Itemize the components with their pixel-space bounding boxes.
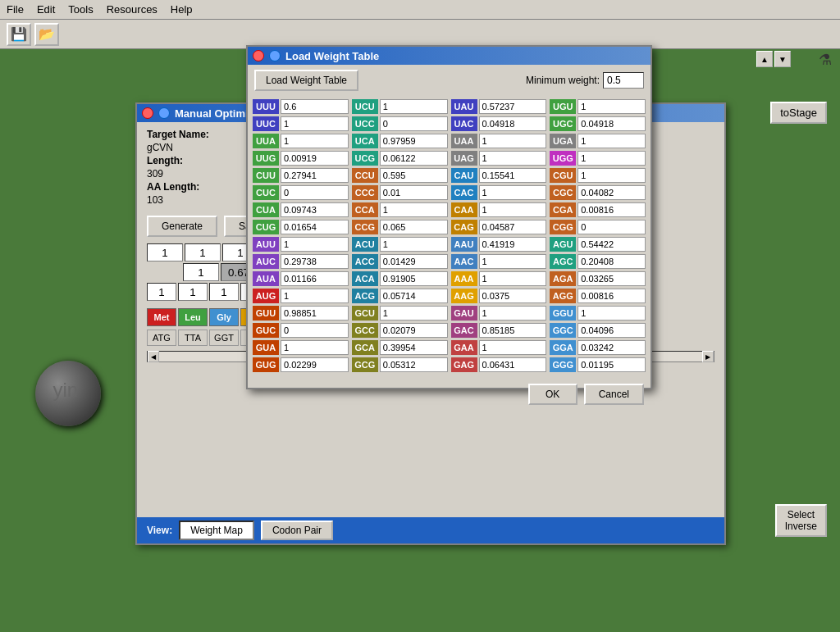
window-close-button[interactable] <box>142 107 153 119</box>
weight-input-7[interactable] <box>147 283 176 301</box>
codon-tag-cua: CUA <box>253 202 279 217</box>
codon-row-auu: AUU1 <box>253 236 349 252</box>
codon-val-ugg: 1 <box>578 151 646 166</box>
codon-tag-uga: UGA <box>550 134 576 148</box>
codon-tag-acg: ACG <box>352 289 378 303</box>
codon-tag-cag: CAG <box>451 220 477 234</box>
codon-ggt: GGT <box>209 330 239 346</box>
codon-tag-ugc: UGC <box>550 116 576 131</box>
codon-pair-button[interactable]: Codon Pair <box>261 521 333 540</box>
codon-val-ccc: 0.01 <box>380 185 448 200</box>
nav-up-arrow[interactable]: ▲ <box>756 51 773 67</box>
codon-val-acu: 1 <box>380 237 448 252</box>
select-inverse-button[interactable]: Select Inverse <box>775 504 827 537</box>
codon-tag-gga: GGA <box>550 340 576 355</box>
generate-button[interactable]: Generate <box>147 216 217 237</box>
codon-tag-aga: AGA <box>550 271 576 286</box>
codon-tag-cga: CGA <box>550 202 576 217</box>
codon-val-gug: 0.02299 <box>281 357 349 372</box>
codon-tag-auc: AUC <box>253 254 279 269</box>
view-label: View: <box>147 525 172 536</box>
codon-val-gac: 0.85185 <box>479 323 547 338</box>
codon-row-ggc: GGC0.04096 <box>550 322 646 339</box>
codon-val-ucg: 0.06122 <box>380 151 448 166</box>
codon-val-ugu: 1 <box>578 99 646 114</box>
menu-edit[interactable]: Edit <box>37 3 55 16</box>
codon-tag-cug: CUG <box>253 220 279 234</box>
view-bar: View: Weight Map Codon Pair <box>137 517 724 543</box>
codon-val-aua: 0.01166 <box>281 271 349 286</box>
codon-tag-ucc: UCC <box>352 116 378 131</box>
nav-down-arrow[interactable]: ▼ <box>774 51 791 67</box>
codon-tag-aac: AAC <box>451 254 477 269</box>
codon-val-acc: 0.01429 <box>380 254 448 269</box>
codon-row-cga: CGA0.00816 <box>550 202 646 218</box>
weight-input-2[interactable] <box>185 243 221 261</box>
codon-val-agc: 0.20408 <box>578 254 646 269</box>
codon-val-gca: 0.39954 <box>380 340 448 355</box>
codon-tag-acc: ACC <box>352 254 378 269</box>
codon-tag-ggu: GGU <box>550 306 576 321</box>
weight-input-8[interactable] <box>178 283 208 301</box>
codon-row-cuc: CUC0 <box>253 184 349 201</box>
scroll-right-button[interactable]: ▶ <box>702 351 714 362</box>
filter-icon[interactable]: ⚗ <box>819 51 832 69</box>
codon-val-gcc: 0.02079 <box>380 323 448 338</box>
codon-val-aag: 0.0375 <box>479 289 547 303</box>
weight-input-9[interactable] <box>209 283 239 301</box>
codon-tag-gca: GCA <box>352 340 378 355</box>
codon-row-uaa: UAA1 <box>451 133 547 149</box>
codon-tag-ccg: CCG <box>352 220 378 234</box>
codon-tag-cau: CAU <box>451 168 477 183</box>
window-minimize-button[interactable] <box>158 107 170 119</box>
codon-row-cca: CCA1 <box>352 202 448 218</box>
menu-help[interactable]: Help <box>171 3 193 16</box>
codon-val-uca: 0.97959 <box>380 134 448 148</box>
weight-input-1[interactable] <box>147 243 183 261</box>
codon-tag-aca: ACA <box>352 271 378 286</box>
codon-row-gua: GUA1 <box>253 339 349 356</box>
weight-map-button[interactable]: Weight Map <box>179 521 254 540</box>
menu-file[interactable]: File <box>7 3 24 16</box>
codon-row-cgc: CGC0.04082 <box>550 184 646 201</box>
codon-tag-cca: CCA <box>352 202 378 217</box>
codon-row-cuu: CUU0.27941 <box>253 167 349 184</box>
dialog-toolbar: Load Weight Table Minimum weight: <box>248 65 651 96</box>
open-button[interactable]: 📂 <box>34 23 59 46</box>
dialog-close-button[interactable] <box>253 50 264 61</box>
codon-row-aug: AUG1 <box>253 288 349 304</box>
codon-val-gcu: 1 <box>380 306 448 321</box>
codon-row-caa: CAA1 <box>451 202 547 218</box>
dialog-minimize-button[interactable] <box>269 50 281 61</box>
codon-val-gag: 0.06431 <box>479 357 547 372</box>
codon-tag-guu: GUU <box>253 306 279 321</box>
codon-val-uaa: 1 <box>479 134 547 148</box>
codon-val-auu: 1 <box>281 237 349 252</box>
menu-tools[interactable]: Tools <box>68 3 93 16</box>
weight-input-4[interactable] <box>183 263 219 281</box>
codon-row-gau: GAU1 <box>451 305 547 321</box>
codon-val-agu: 0.54422 <box>578 237 646 252</box>
scroll-left-button[interactable]: ◀ <box>148 351 159 362</box>
codon-row-uau: UAU0.57237 <box>451 98 547 115</box>
codon-row-cau: CAU0.15541 <box>451 167 547 184</box>
min-weight-input[interactable] <box>603 72 644 89</box>
codon-val-aaa: 1 <box>479 271 547 286</box>
load-table-button[interactable]: Load Weight Table <box>254 70 358 91</box>
codon-row-gcg: GCG0.05312 <box>352 357 448 373</box>
codon-row-gca: GCA0.39954 <box>352 339 448 356</box>
codon-val-aac: 1 <box>479 254 547 269</box>
codon-tag-uug: UUG <box>253 151 279 166</box>
codon-row-cug: CUG0.01654 <box>253 219 349 235</box>
ok-button[interactable]: OK <box>528 384 578 405</box>
codon-val-aga: 0.03265 <box>578 271 646 286</box>
codon-row-agg: AGG0.00816 <box>550 288 646 304</box>
codon-row-uag: UAG1 <box>451 150 547 166</box>
codon-tag-aau: AAU <box>451 237 477 252</box>
codon-tag-uuu: UUU <box>253 99 279 114</box>
codon-val-cua: 0.09743 <box>281 202 349 217</box>
min-weight-label: Minimum weight: <box>526 75 600 86</box>
cancel-button[interactable]: Cancel <box>584 384 644 405</box>
menu-resources[interactable]: Resources <box>107 3 158 16</box>
save-button[interactable]: 💾 <box>7 23 31 46</box>
